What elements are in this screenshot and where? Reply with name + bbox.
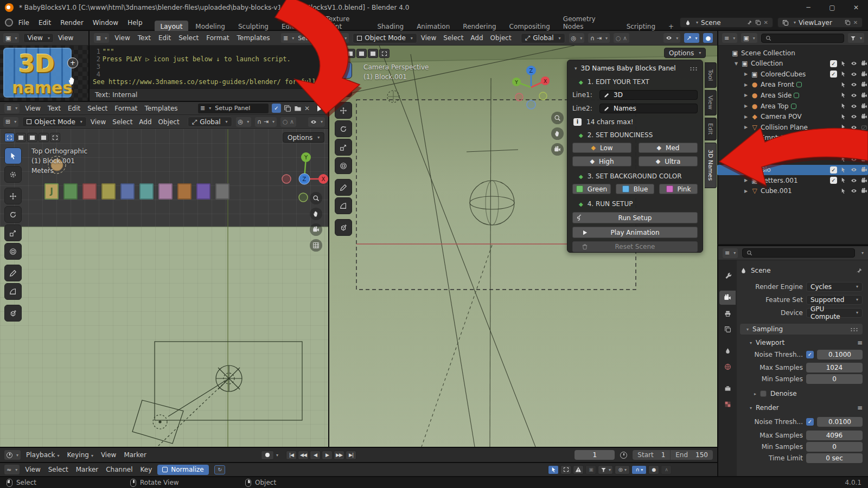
measure-tool[interactable] bbox=[4, 283, 22, 300]
play-button[interactable]: ▶ bbox=[322, 451, 333, 460]
menu-item[interactable]: Object bbox=[490, 34, 512, 42]
ghost-icon[interactable]: ▣ bbox=[585, 465, 596, 474]
select-mode-paint[interactable] bbox=[50, 133, 60, 142]
max-samples-value[interactable]: 1024 bbox=[806, 363, 863, 373]
menu-item[interactable]: View bbox=[25, 105, 40, 112]
gizmos-dropdown[interactable]: ↗▾ bbox=[684, 33, 699, 43]
maximize-button[interactable]: ▢ bbox=[820, 4, 844, 11]
hide-eye-toggle-icon[interactable] bbox=[850, 145, 858, 152]
menu-item[interactable]: Keying▾ bbox=[67, 451, 93, 459]
filter-dropdown[interactable]: ▾ bbox=[848, 33, 864, 43]
zoom-icon[interactable] bbox=[310, 192, 322, 204]
bg-color-button[interactable]: Green bbox=[572, 184, 611, 194]
menu-item[interactable]: Playback▾ bbox=[26, 451, 60, 459]
menu-item[interactable]: Key bbox=[141, 466, 152, 473]
snap-icon[interactable]: ∩▾ bbox=[631, 465, 647, 474]
menu-item[interactable]: Marker bbox=[124, 451, 146, 459]
render-camera-toggle-icon[interactable] bbox=[860, 187, 868, 195]
pan-hand-icon[interactable] bbox=[551, 127, 564, 140]
mode-dropdown[interactable]: Object Mode▾ bbox=[22, 117, 87, 127]
falloff-icon[interactable]: ∧ bbox=[661, 465, 672, 474]
select-mode-box[interactable] bbox=[345, 49, 355, 58]
denoise-row[interactable]: ▸Denoise bbox=[752, 388, 863, 400]
selectable-toggle-icon[interactable] bbox=[839, 92, 847, 99]
camera-view-icon[interactable] bbox=[551, 143, 564, 156]
selectable-toggle-icon[interactable] bbox=[839, 134, 847, 142]
orientation-dropdown[interactable]: ⤢Global▾ bbox=[521, 33, 565, 43]
pivot-icon[interactable]: ◎▾ bbox=[615, 465, 630, 474]
menu-item[interactable]: Channel bbox=[106, 466, 132, 473]
menu-item[interactable]: View bbox=[25, 466, 40, 473]
bounciness-button[interactable]: ◆High bbox=[572, 156, 631, 166]
pin-icon[interactable] bbox=[856, 267, 863, 274]
hide-eye-toggle-icon[interactable] bbox=[850, 70, 858, 78]
menu-item[interactable]: Templates bbox=[237, 34, 270, 42]
play-reverse-button[interactable]: ◀ bbox=[310, 451, 321, 460]
editor-type-viewport-icon[interactable]: ⊞▾ bbox=[334, 33, 349, 43]
menu-item[interactable]: Render bbox=[60, 19, 84, 27]
select-mode-paint[interactable] bbox=[379, 49, 390, 58]
menu-item[interactable]: Add bbox=[139, 118, 151, 126]
time-limit-value[interactable]: 0 sec bbox=[806, 453, 863, 463]
record-button[interactable] bbox=[261, 451, 274, 460]
menu-item[interactable]: Text bbox=[48, 105, 61, 112]
tab-output[interactable] bbox=[719, 306, 736, 320]
outliner-row[interactable]: ▶ ▣ ColoredCubes ✓ bbox=[717, 69, 868, 79]
expand-arrow-icon[interactable]: ▶ bbox=[743, 189, 749, 194]
close-button[interactable]: ✕ bbox=[844, 4, 868, 11]
editor-type-graph-icon[interactable]: ≈▾ bbox=[4, 465, 20, 474]
copy-icon[interactable] bbox=[284, 105, 291, 112]
auto-normalize-refresh-button[interactable]: ↻ bbox=[214, 465, 225, 474]
menu-item[interactable]: View bbox=[101, 451, 116, 459]
selectable-toggle-icon[interactable] bbox=[839, 113, 847, 120]
cursor-icon[interactable] bbox=[548, 465, 559, 474]
viewport-top-body[interactable]: Options▾ Top Orthographic (1) Block.001 … bbox=[0, 129, 328, 447]
render-camera-toggle-icon[interactable] bbox=[860, 145, 868, 152]
editor-type-image-icon[interactable]: ▣▾ bbox=[3, 33, 19, 43]
render-camera-toggle-icon[interactable] bbox=[860, 113, 868, 120]
colored-block[interactable]: J bbox=[44, 183, 59, 200]
tab-texture[interactable] bbox=[719, 397, 736, 411]
hide-eye-toggle-icon[interactable] bbox=[850, 102, 858, 110]
mode-dropdown[interactable]: Object Mode▾ bbox=[353, 33, 417, 43]
menu-item[interactable]: Select bbox=[443, 34, 463, 42]
play-animation-button[interactable]: Play Animation bbox=[572, 227, 698, 238]
outliner-row[interactable]: ▶ ● Area Front bbox=[717, 80, 868, 90]
hide-eye-toggle-icon[interactable] bbox=[850, 156, 858, 163]
prev-keyframe-button[interactable]: ◀◀ bbox=[298, 451, 309, 460]
noise-threshold-value[interactable]: 0.0100 bbox=[817, 417, 863, 427]
outliner-row[interactable]: ▣ Blo ✓ bbox=[717, 165, 868, 175]
panel-header[interactable]: ▾ 3D Names Baby Blocks Panel bbox=[572, 63, 698, 73]
menu-item[interactable]: Edit bbox=[68, 105, 80, 112]
presets-icon[interactable]: ≡ bbox=[857, 404, 863, 412]
colored-block[interactable] bbox=[139, 183, 154, 200]
scale-tool[interactable] bbox=[4, 224, 22, 241]
folder-icon[interactable] bbox=[294, 105, 302, 112]
add-cube-tool[interactable] bbox=[335, 219, 352, 236]
select-mode-lasso[interactable] bbox=[39, 133, 49, 142]
outliner-row[interactable]: ▶ ◆ Camera POV bbox=[717, 112, 868, 122]
colored-block[interactable] bbox=[82, 183, 97, 200]
snap-dropdown[interactable]: ∩ ⇥▾ bbox=[255, 117, 277, 127]
filter-funnel-icon[interactable]: ▾ bbox=[598, 465, 613, 474]
outliner-row[interactable]: ▽ Sphere bbox=[717, 154, 868, 164]
render-camera-toggle-icon[interactable] bbox=[860, 102, 868, 110]
rotate-tool[interactable] bbox=[4, 206, 22, 223]
min-samples-value[interactable]: 0 bbox=[806, 442, 863, 452]
proportional-edit-icon[interactable]: ○ ∧ bbox=[280, 117, 296, 127]
menu-item[interactable]: Edit bbox=[39, 19, 51, 27]
selectable-toggle-icon[interactable] bbox=[839, 166, 847, 174]
bounciness-button[interactable]: ◆Low bbox=[572, 143, 631, 153]
render-camera-toggle-icon[interactable] bbox=[860, 92, 868, 99]
notes-editor-body[interactable]: 1 """ 2 Press PLAY ▷ icon just below ↓ t… bbox=[90, 46, 328, 88]
rotate-tool[interactable] bbox=[335, 120, 352, 137]
orientation-dropdown[interactable]: ⤢Global▾ bbox=[188, 117, 232, 127]
collection-checkbox[interactable]: ✓ bbox=[830, 177, 837, 184]
menu-item[interactable]: View bbox=[421, 34, 436, 42]
hide-eye-toggle-icon[interactable] bbox=[850, 81, 858, 88]
menu-item[interactable]: Help bbox=[127, 19, 142, 27]
collection-checkbox[interactable]: ✓ bbox=[830, 166, 837, 174]
collection-checkbox[interactable]: ✓ bbox=[830, 60, 837, 67]
hide-eye-toggle-icon[interactable] bbox=[850, 134, 858, 142]
menu-item[interactable]: Select bbox=[178, 34, 199, 42]
